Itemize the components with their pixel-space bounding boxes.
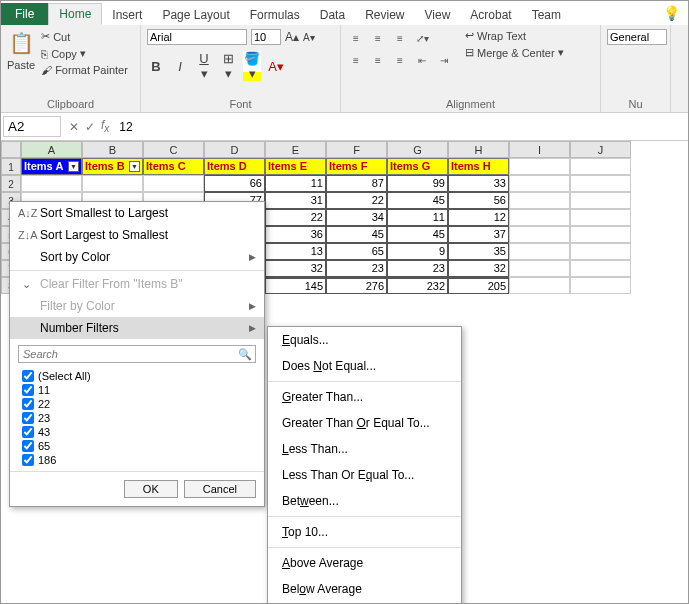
tab-team[interactable]: Team: [522, 5, 571, 25]
filter-check-item[interactable]: 11: [22, 383, 252, 397]
bold-button[interactable]: B: [147, 59, 165, 74]
header-cell[interactable]: Items G: [387, 158, 448, 175]
tab-home[interactable]: Home: [48, 3, 102, 25]
header-cell[interactable]: Items E: [265, 158, 326, 175]
indent-inc-icon[interactable]: ⇥: [435, 51, 453, 69]
number-format-select[interactable]: [607, 29, 667, 45]
ok-button[interactable]: OK: [124, 480, 178, 498]
sort-by-color-item[interactable]: Sort by Color▶: [10, 246, 264, 268]
col-header[interactable]: J: [570, 141, 631, 158]
filter-check-item[interactable]: (Select All): [22, 369, 252, 383]
tab-view[interactable]: View: [415, 5, 461, 25]
sort-asc-item[interactable]: A↓ZSort Smallest to Largest: [10, 202, 264, 224]
number-filter-option[interactable]: Between...: [268, 488, 461, 514]
cell[interactable]: 45: [387, 226, 448, 243]
cell[interactable]: 11: [387, 209, 448, 226]
col-header[interactable]: G: [387, 141, 448, 158]
col-header[interactable]: H: [448, 141, 509, 158]
copy-button[interactable]: ⎘Copy ▾: [39, 46, 130, 61]
cell[interactable]: 56: [448, 192, 509, 209]
cell[interactable]: [570, 277, 631, 294]
header-cell[interactable]: Items A▼: [21, 158, 82, 175]
cell[interactable]: 9: [387, 243, 448, 260]
merge-center-button[interactable]: ⊟Merge & Center ▾: [465, 46, 564, 59]
cell[interactable]: 45: [326, 226, 387, 243]
tab-page-layout[interactable]: Page Layout: [152, 5, 239, 25]
cell[interactable]: 34: [326, 209, 387, 226]
decrease-font-icon[interactable]: A▾: [303, 32, 315, 43]
col-header[interactable]: D: [204, 141, 265, 158]
cell[interactable]: [570, 243, 631, 260]
filter-checkbox[interactable]: [22, 370, 34, 382]
cell[interactable]: [509, 209, 570, 226]
format-painter-button[interactable]: 🖌Format Painter: [39, 63, 130, 77]
cell[interactable]: 32: [265, 260, 326, 277]
cell[interactable]: [509, 192, 570, 209]
align-center-icon[interactable]: ≡: [369, 51, 387, 69]
number-filter-option[interactable]: Greater Than Or Equal To...: [268, 410, 461, 436]
number-filter-option[interactable]: Top 10...: [268, 519, 461, 545]
cell[interactable]: [509, 226, 570, 243]
col-header[interactable]: B: [82, 141, 143, 158]
number-filter-option[interactable]: Does Not Equal...: [268, 353, 461, 379]
filter-search-input[interactable]: [18, 345, 256, 363]
cancel-button[interactable]: Cancel: [184, 480, 256, 498]
filter-checkbox[interactable]: [22, 398, 34, 410]
cell[interactable]: [570, 226, 631, 243]
cell[interactable]: [509, 243, 570, 260]
select-all-corner[interactable]: [1, 141, 21, 158]
cell[interactable]: 37: [448, 226, 509, 243]
cell[interactable]: 65: [326, 243, 387, 260]
paste-button[interactable]: 📋 Paste: [7, 29, 35, 71]
cell[interactable]: [509, 277, 570, 294]
cell[interactable]: [509, 175, 570, 192]
header-cell[interactable]: Items B▼: [82, 158, 143, 175]
cell[interactable]: [570, 209, 631, 226]
accept-formula-icon[interactable]: ✓: [85, 120, 95, 134]
fill-color-button[interactable]: 🪣▾: [243, 51, 261, 81]
cell[interactable]: [570, 158, 631, 175]
cell[interactable]: 22: [326, 192, 387, 209]
cell[interactable]: 66: [204, 175, 265, 192]
indent-dec-icon[interactable]: ⇤: [413, 51, 431, 69]
align-middle-icon[interactable]: ≡: [369, 29, 387, 47]
cell[interactable]: 35: [448, 243, 509, 260]
cell[interactable]: 232: [387, 277, 448, 294]
tell-me-icon[interactable]: 💡: [655, 1, 688, 25]
cell[interactable]: [21, 175, 82, 192]
cut-button[interactable]: ✂Cut: [39, 29, 130, 44]
header-cell[interactable]: Items H: [448, 158, 509, 175]
number-filter-option[interactable]: Greater Than...: [268, 384, 461, 410]
italic-button[interactable]: I: [171, 59, 189, 74]
number-filters-item[interactable]: Number Filters▶: [10, 317, 264, 339]
number-filter-option[interactable]: Equals...: [268, 327, 461, 353]
tab-formulas[interactable]: Formulas: [240, 5, 310, 25]
formula-input[interactable]: [115, 118, 415, 136]
col-header[interactable]: A: [21, 141, 82, 158]
cell[interactable]: 11: [265, 175, 326, 192]
font-name-select[interactable]: [147, 29, 247, 45]
col-header[interactable]: I: [509, 141, 570, 158]
filter-checkbox[interactable]: [22, 454, 34, 466]
cell[interactable]: [570, 192, 631, 209]
filter-dropdown-icon[interactable]: ▼: [68, 161, 79, 172]
cell[interactable]: 36: [265, 226, 326, 243]
fx-icon[interactable]: fx: [101, 118, 109, 134]
cell[interactable]: 22: [265, 209, 326, 226]
name-box[interactable]: [3, 116, 61, 137]
header-cell[interactable]: Items C: [143, 158, 204, 175]
cell[interactable]: [82, 175, 143, 192]
align-right-icon[interactable]: ≡: [391, 51, 409, 69]
font-size-select[interactable]: [251, 29, 281, 45]
tab-acrobat[interactable]: Acrobat: [460, 5, 521, 25]
font-color-button[interactable]: A▾: [267, 59, 285, 74]
cell[interactable]: [143, 175, 204, 192]
border-button[interactable]: ⊞ ▾: [219, 51, 237, 81]
cell[interactable]: 276: [326, 277, 387, 294]
tab-file[interactable]: File: [1, 3, 48, 25]
filter-dropdown-icon[interactable]: ▼: [129, 161, 140, 172]
cell[interactable]: 13: [265, 243, 326, 260]
orientation-icon[interactable]: ⤢▾: [413, 29, 431, 47]
cell[interactable]: 12: [448, 209, 509, 226]
cell[interactable]: [509, 158, 570, 175]
